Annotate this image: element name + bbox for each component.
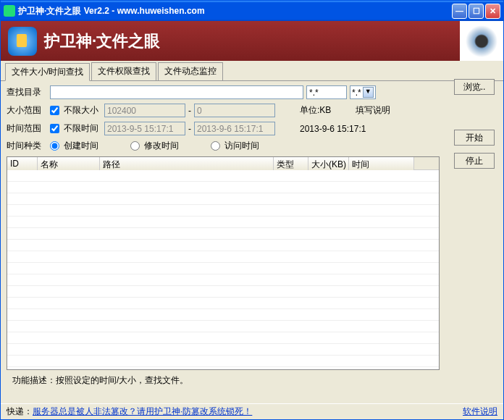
- tab-size-time[interactable]: 文件大小/时间查找: [5, 63, 90, 81]
- footer-label: 快递：: [7, 406, 33, 418]
- table-row: [7, 170, 439, 182]
- table-body[interactable]: [7, 170, 439, 369]
- stop-button[interactable]: 停止: [454, 153, 495, 169]
- kind-create-radio[interactable]: [50, 141, 59, 151]
- table-row: [7, 286, 439, 298]
- right-buttons: 浏览.. 开始 停止: [454, 79, 495, 169]
- table-row: [7, 217, 439, 228]
- table-row: [7, 356, 439, 367]
- time-label: 时间范围: [7, 122, 47, 135]
- browse-button[interactable]: 浏览..: [454, 79, 495, 95]
- help-link[interactable]: 软件说明: [463, 406, 497, 418]
- footer-link[interactable]: 服务器总是被人非法篡改？请用护卫神·防篡改系统锁死！: [33, 406, 252, 418]
- kind-access-radio[interactable]: [211, 141, 220, 151]
- table-row: [7, 228, 439, 240]
- function-description: 功能描述：按照设定的时间/大小，查找文件。: [7, 370, 497, 391]
- row-size: 大小范围 不限大小 - 单位:KB 填写说明: [7, 104, 497, 117]
- col-path[interactable]: 路径: [100, 157, 274, 170]
- time-to-input[interactable]: [194, 122, 275, 135]
- eye-graphic: [460, 21, 503, 61]
- table-row: [7, 205, 439, 217]
- table-row: [7, 182, 439, 193]
- kind-access-label: 访问时间: [224, 140, 259, 152]
- kind-modify-label: 修改时间: [144, 140, 179, 152]
- row-time: 时间范围 不限时间 - 2013-9-6 15:17:1: [7, 122, 497, 135]
- app-window: 护卫神·文件之眼 Ver2.2 - www.huweishen.com — ☐ …: [0, 0, 504, 420]
- table-row: [7, 263, 439, 274]
- dir-label: 查找目录: [7, 86, 47, 98]
- size-label: 大小范围: [7, 104, 47, 117]
- no-time-limit-label: 不限时间: [64, 122, 98, 135]
- table-row: [7, 274, 439, 286]
- kind-label: 时间种类: [7, 140, 47, 152]
- no-size-limit-label: 不限大小: [64, 104, 98, 117]
- kind-modify-radio[interactable]: [130, 141, 140, 151]
- titlebar: 护卫神·文件之眼 Ver2.2 - www.huweishen.com — ☐ …: [1, 1, 503, 21]
- table-row: [7, 240, 439, 251]
- shield-icon: [8, 27, 37, 56]
- time-from-input[interactable]: [104, 122, 185, 135]
- time-now: 2013-9-6 15:17:1: [300, 124, 366, 134]
- close-button[interactable]: ✕: [485, 4, 500, 19]
- banner: 护卫神·文件之眼: [1, 21, 503, 61]
- row-dir: 查找目录 *.* ▼: [7, 85, 497, 99]
- table-row: [7, 321, 439, 332]
- col-name[interactable]: 名称: [38, 157, 100, 170]
- maximize-button[interactable]: ☐: [469, 4, 484, 19]
- no-size-limit-checkbox[interactable]: [50, 106, 59, 115]
- window-title: 护卫神·文件之眼 Ver2.2 - www.huweishen.com: [18, 5, 452, 17]
- app-icon: [4, 5, 15, 17]
- size-from-input[interactable]: [104, 104, 185, 117]
- dir-input[interactable]: [50, 85, 303, 99]
- col-size[interactable]: 大小(KB): [308, 157, 349, 170]
- col-id[interactable]: ID: [7, 157, 38, 170]
- table-header: ID 名称 路径 类型 大小(KB) 时间: [7, 157, 439, 170]
- size-sep: -: [188, 106, 191, 116]
- size-to-input[interactable]: [194, 104, 275, 117]
- time-sep: -: [188, 124, 191, 134]
- results-table: ID 名称 路径 类型 大小(KB) 时间: [7, 156, 440, 370]
- ext-filter-input[interactable]: [306, 85, 347, 99]
- table-row: [7, 251, 439, 263]
- banner-title: 护卫神·文件之眼: [44, 30, 160, 52]
- col-type[interactable]: 类型: [274, 157, 308, 170]
- col-time[interactable]: 时间: [349, 157, 414, 170]
- ext-combo-value: *.*: [352, 88, 361, 98]
- start-button[interactable]: 开始: [454, 130, 495, 146]
- table-row: [7, 298, 439, 309]
- status-bar: 快递： 服务器总是被人非法篡改？请用护卫神·防篡改系统锁死！ 软件说明: [1, 403, 503, 419]
- window-controls: — ☐ ✕: [452, 4, 500, 19]
- content-panel: 查找目录 *.* ▼ 大小范围 不限大小 - 单位:KB 填写说明 时间范围 不…: [1, 81, 503, 395]
- minimize-button[interactable]: —: [452, 4, 467, 19]
- ext-combo[interactable]: *.* ▼: [350, 85, 376, 99]
- fill-hint-link[interactable]: 填写说明: [356, 104, 390, 117]
- unit-label: 单位:KB: [300, 104, 331, 117]
- table-row: [7, 344, 439, 356]
- chevron-down-icon: ▼: [363, 87, 374, 98]
- table-row: [7, 332, 439, 344]
- row-kind: 时间种类 创建时间 修改时间 访问时间: [7, 140, 497, 152]
- no-time-limit-checkbox[interactable]: [50, 124, 59, 133]
- tab-permission[interactable]: 文件权限查找: [91, 62, 156, 80]
- table-row: [7, 193, 439, 205]
- kind-create-label: 创建时间: [64, 140, 98, 152]
- tab-strip: 文件大小/时间查找 文件权限查找 文件动态监控: [1, 61, 503, 81]
- tab-monitor[interactable]: 文件动态监控: [158, 62, 223, 80]
- table-row: [7, 309, 439, 321]
